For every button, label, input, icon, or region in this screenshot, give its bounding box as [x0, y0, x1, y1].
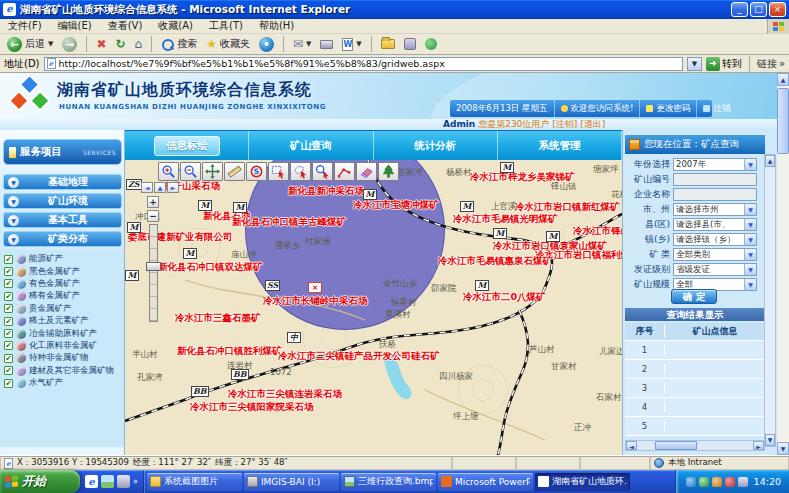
- admin-logout-link[interactable]: [注销]: [552, 119, 577, 129]
- sidebar-section-button[interactable]: ▼ 矿类分布: [3, 231, 122, 247]
- table-row[interactable]: 5: [625, 417, 765, 436]
- layer-checkbox[interactable]: ✔: [4, 354, 13, 363]
- select-dropdown-icon[interactable]: ▼: [744, 279, 756, 290]
- stop-button[interactable]: ✖: [93, 36, 109, 52]
- media-button[interactable]: •: [256, 36, 277, 53]
- menu-item[interactable]: 收藏(A): [150, 19, 201, 33]
- field-control[interactable]: 全部类别 ▼: [673, 248, 757, 261]
- mine-marker[interactable]: M: [125, 270, 139, 281]
- start-button[interactable]: 开始: [0, 470, 80, 493]
- layer-item[interactable]: ✔ 黑色金属矿产: [4, 265, 124, 277]
- field-control[interactable]: 请选择镇（乡） ▼: [673, 233, 757, 246]
- layer-checkbox[interactable]: ✔: [4, 267, 13, 276]
- layer-checkbox[interactable]: ✔: [4, 366, 13, 375]
- layer-item[interactable]: ✔ 稀有金属矿产: [4, 290, 124, 302]
- field-control[interactable]: 请选择市州 ▼: [673, 203, 757, 216]
- layer-item[interactable]: ✔ 冶金辅助原料矿产: [4, 327, 124, 339]
- menu-item[interactable]: 文件(F): [0, 19, 50, 33]
- layer-checkbox[interactable]: ✔: [4, 279, 13, 288]
- mine-marker[interactable]: ZS: [126, 179, 142, 190]
- nav-tab[interactable]: 统计分析: [374, 131, 498, 160]
- scroll-left-icon[interactable]: ◄: [626, 441, 637, 450]
- print-button[interactable]: [317, 39, 336, 50]
- table-row[interactable]: 2: [625, 360, 765, 379]
- search-button[interactable]: 搜索: [158, 36, 200, 52]
- field-control[interactable]: ▼: [673, 173, 757, 186]
- menu-item[interactable]: 帮助(H): [251, 19, 302, 33]
- mine-marker[interactable]: M: [183, 248, 197, 259]
- mail-button[interactable]: ✉▼: [290, 36, 314, 52]
- links-menu[interactable]: 链接»: [757, 57, 785, 71]
- tray-antivirus-icon[interactable]: [699, 477, 709, 487]
- show-desktop-icon[interactable]: [101, 475, 114, 488]
- forward-button[interactable]: →: [59, 36, 80, 53]
- mine-marker[interactable]: M: [127, 222, 141, 233]
- mine-marker[interactable]: BB: [231, 369, 249, 380]
- layer-item[interactable]: ✔ 特种非金属矿物: [4, 352, 124, 364]
- field-control[interactable]: ▼: [673, 188, 757, 201]
- taskbar-task[interactable]: 系统截图图片: [147, 473, 242, 491]
- table-row[interactable]: 4: [625, 398, 765, 417]
- pan-up-button[interactable]: ▲: [154, 182, 166, 193]
- menu-item[interactable]: 工具(T): [201, 19, 251, 33]
- layer-item[interactable]: ✔ 稀土及元素矿产: [4, 315, 124, 327]
- mine-marker[interactable]: M: [493, 228, 507, 239]
- select-dropdown-icon[interactable]: ▼: [744, 249, 756, 260]
- mine-marker[interactable]: BB: [191, 386, 209, 397]
- taskbar-task[interactable]: Microsoft PowerP...: [438, 473, 533, 491]
- layer-item[interactable]: ✔ 有色金属矿产: [4, 278, 124, 290]
- layer-item[interactable]: ✔ 水气矿产: [4, 377, 124, 389]
- scroll-down-icon[interactable]: ▼: [765, 434, 775, 446]
- tray-security-icon[interactable]: [725, 477, 735, 487]
- discuss-button[interactable]: [401, 37, 419, 51]
- mine-marker[interactable]: M: [546, 231, 560, 242]
- scroll-up-icon[interactable]: ▲: [765, 155, 775, 167]
- sidebar-section-button[interactable]: ▼ 基本工具: [3, 212, 122, 228]
- taskbar-task[interactable]: IMGIS-BAI (I:): [244, 473, 339, 491]
- zoom-in-tool[interactable]: [158, 162, 179, 181]
- tray-network-icon[interactable]: [686, 477, 696, 487]
- layer-checkbox[interactable]: ✔: [4, 255, 13, 264]
- change-password-link[interactable]: 更改密码: [639, 100, 696, 117]
- layer-item[interactable]: ✔ 化工原料非金属矿: [4, 340, 124, 352]
- refresh-button[interactable]: ↻: [112, 36, 128, 52]
- edit-button[interactable]: W▼: [339, 37, 364, 52]
- zoom-slider-handle[interactable]: [146, 262, 161, 271]
- scroll-down-icon[interactable]: ▼: [777, 442, 789, 455]
- messenger-button[interactable]: [422, 37, 440, 51]
- table-row[interactable]: 1: [625, 341, 765, 360]
- maximize-button[interactable]: □: [750, 2, 767, 17]
- mine-marker[interactable]: M: [233, 202, 247, 213]
- zoom-slider-track[interactable]: [149, 224, 158, 322]
- map-viewport[interactable]: 大水坪苏家湾杨桥村塘家坪铎山镇花桥上官溪冲口镇潘桥乡付家洲庙山冲金竹山乡邵家院恒…: [125, 160, 622, 455]
- layer-checkbox[interactable]: ✔: [4, 329, 13, 338]
- mine-marker[interactable]: SS: [265, 280, 280, 291]
- nav-tab[interactable]: 系统管理: [498, 131, 622, 160]
- buffer-query-tool[interactable]: S: [246, 162, 267, 181]
- erase-tool[interactable]: [356, 162, 377, 181]
- layer-checkbox[interactable]: ✔: [4, 317, 13, 326]
- layer-checkbox[interactable]: ✔: [4, 379, 13, 388]
- zoom-plus-button[interactable]: +: [147, 196, 159, 208]
- rect-select-tool[interactable]: [268, 162, 289, 181]
- tray-display-icon[interactable]: [738, 477, 748, 487]
- table-row[interactable]: 3: [625, 379, 765, 398]
- nav-tab[interactable]: 矿山查询: [249, 131, 373, 160]
- layer-item[interactable]: ✔ 能源矿产: [4, 253, 124, 265]
- taskbar-task[interactable]: 湖南省矿山地质环...: [535, 473, 630, 491]
- layer-item[interactable]: ✔ 贵金属矿产: [4, 303, 124, 315]
- pan-tool[interactable]: [202, 162, 223, 181]
- select-dropdown-icon[interactable]: ▼: [744, 219, 756, 230]
- field-control[interactable]: 2007年 ▼: [673, 158, 757, 171]
- taskbar-task[interactable]: 三维行政查询.bmp: [341, 473, 436, 491]
- mine-marker[interactable]: ×: [308, 282, 322, 293]
- panel-vertical-scrollbar[interactable]: ▲ ▼: [764, 154, 776, 447]
- ie-quicklaunch-icon[interactable]: e: [85, 475, 98, 488]
- field-control[interactable]: 省级发证 ▼: [673, 263, 757, 276]
- browser-vertical-scrollbar[interactable]: ▲ ▼: [777, 73, 789, 455]
- select-dropdown-icon[interactable]: ▼: [744, 204, 756, 215]
- sidebar-section-button[interactable]: ▼ 基础地理: [3, 174, 122, 190]
- scroll-right-icon[interactable]: ►: [753, 441, 764, 450]
- back-button[interactable]: ←后退▼: [4, 36, 56, 53]
- nav-tab[interactable]: 信息标绘: [125, 131, 249, 160]
